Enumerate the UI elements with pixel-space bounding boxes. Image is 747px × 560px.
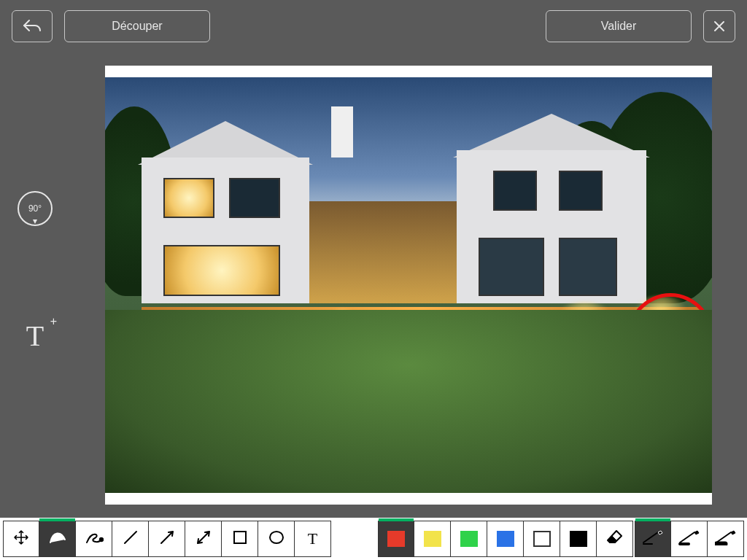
stroke-medium-tool[interactable] <box>671 521 708 557</box>
stroke-tools-group <box>635 521 744 557</box>
left-tool-column: 90° ▾ T + <box>0 52 70 518</box>
bottom-toolbar: T <box>0 518 747 560</box>
canvas-area <box>70 52 747 518</box>
image-canvas[interactable] <box>105 66 712 505</box>
add-text-button[interactable]: T + <box>13 314 57 357</box>
shape-tools-group: T <box>3 521 331 557</box>
swatch-icon <box>387 531 405 547</box>
annotation-ellipse[interactable] <box>327 325 419 449</box>
color-swatch-group <box>378 521 633 557</box>
color-blue[interactable] <box>487 521 524 557</box>
eraser-tool[interactable] <box>597 521 633 557</box>
text-icon: T <box>308 529 317 548</box>
curve-icon <box>48 528 67 550</box>
move-icon <box>13 529 29 548</box>
undo-button[interactable] <box>12 10 53 42</box>
top-toolbar: Découper Valider <box>0 0 747 52</box>
text-tool-tool[interactable]: T <box>295 521 331 557</box>
pencil-stroke-icon <box>715 529 737 548</box>
pencil-stroke-icon <box>642 529 664 548</box>
swatch-icon <box>533 531 551 547</box>
doublearrow-icon <box>195 529 212 549</box>
doublearrow-tool[interactable] <box>185 521 222 557</box>
color-red[interactable] <box>378 521 414 557</box>
move-tool[interactable] <box>3 521 39 557</box>
eraser-icon <box>606 529 624 549</box>
swatch-icon <box>460 531 478 547</box>
rotate-90-button[interactable]: 90° ▾ <box>18 191 53 226</box>
rotate-arrow-icon: ▾ <box>33 216 37 226</box>
plus-icon: + <box>50 315 57 328</box>
svg-point-2 <box>270 532 283 543</box>
freehand-tool[interactable] <box>39 521 76 557</box>
close-icon <box>713 20 726 33</box>
ellipse-icon <box>268 529 285 548</box>
text-glyph: T <box>26 319 44 352</box>
loopcurve-icon <box>85 528 104 550</box>
svg-rect-1 <box>234 532 246 543</box>
swatch-icon <box>497 531 514 547</box>
undo-arrow-icon <box>22 18 42 35</box>
close-button[interactable] <box>703 10 735 42</box>
line-icon <box>122 529 139 549</box>
swatch-icon <box>570 531 587 547</box>
rotate-label: 90° <box>28 203 42 214</box>
loopcurve-tool[interactable] <box>76 521 112 557</box>
arrow-icon <box>158 529 176 549</box>
color-yellow[interactable] <box>414 521 451 557</box>
swatch-icon <box>424 531 441 547</box>
color-black[interactable] <box>560 521 597 557</box>
arrow-tool[interactable] <box>149 521 185 557</box>
ellipse-tool[interactable] <box>258 521 295 557</box>
rectangle-tool[interactable] <box>222 521 258 557</box>
color-green[interactable] <box>451 521 487 557</box>
stroke-thick-tool[interactable] <box>708 521 744 557</box>
stroke-thin-tool[interactable] <box>635 521 671 557</box>
pencil-stroke-icon <box>678 529 700 548</box>
rect-icon <box>232 529 248 548</box>
edited-photo <box>105 77 712 493</box>
validate-button[interactable]: Valider <box>546 10 692 42</box>
crop-button[interactable]: Découper <box>64 10 210 42</box>
svg-point-0 <box>99 538 102 541</box>
line-tool[interactable] <box>112 521 149 557</box>
color-white[interactable] <box>524 521 560 557</box>
